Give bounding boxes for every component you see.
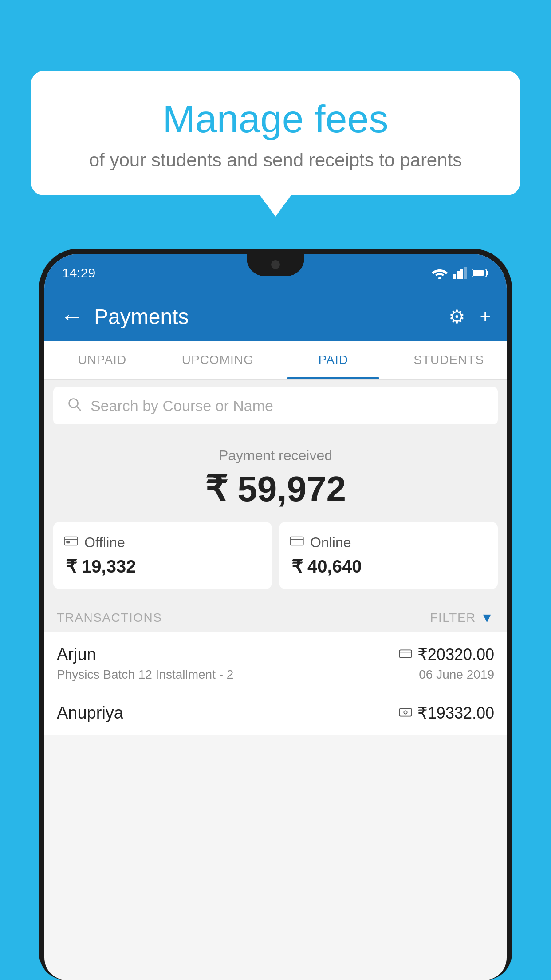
online-card-top: Online: [290, 534, 351, 551]
content-area: Search by Course or Name Payment receive…: [44, 380, 507, 735]
offline-amount: ₹ 19,332: [64, 556, 136, 577]
tabs-bar: UNPAID UPCOMING PAID STUDENTS: [44, 341, 507, 380]
svg-rect-12: [66, 541, 70, 543]
settings-icon[interactable]: ⚙: [449, 306, 465, 328]
app-bar-title: Payments: [94, 304, 438, 329]
transaction-amount-wrap-anupriya: ₹19332.00: [399, 704, 494, 723]
svg-point-18: [404, 711, 407, 714]
tab-unpaid[interactable]: UNPAID: [44, 341, 160, 379]
svg-line-9: [77, 407, 80, 410]
bubble-title: Manage fees: [53, 98, 498, 141]
offline-card: Offline ₹ 19,332: [53, 522, 272, 589]
status-bar: 14:29: [44, 254, 507, 292]
transaction-name-arjun: Arjun: [57, 645, 96, 664]
svg-rect-17: [399, 708, 411, 716]
online-card: Online ₹ 40,640: [279, 522, 498, 589]
battery-icon: [472, 268, 489, 278]
online-icon: [290, 534, 304, 551]
background: Manage fees of your students and send re…: [0, 0, 551, 980]
bubble-subtitle: of your students and send receipts to pa…: [53, 150, 498, 171]
svg-rect-13: [290, 537, 303, 545]
app-bar-actions: ⚙ +: [449, 306, 491, 328]
filter-label: FILTER: [430, 611, 476, 625]
add-icon[interactable]: +: [480, 306, 491, 327]
offline-icon: [64, 534, 78, 551]
wifi-icon: [431, 267, 448, 279]
filter-icon: ▼: [480, 610, 494, 625]
svg-rect-7: [473, 270, 484, 276]
tab-students[interactable]: STUDENTS: [391, 341, 507, 379]
status-icons: [431, 267, 489, 279]
app-bar: ← Payments ⚙ +: [44, 292, 507, 341]
phone-content: 14:29: [44, 254, 507, 980]
payment-label: Payment received: [53, 447, 498, 464]
status-time: 14:29: [62, 265, 95, 281]
transaction-row1: Arjun ₹20320.00: [57, 645, 494, 664]
transactions-header: TRANSACTIONS FILTER ▼: [44, 600, 507, 632]
svg-rect-10: [64, 537, 77, 545]
payment-cards: Offline ₹ 19,332: [53, 522, 498, 589]
camera: [271, 260, 280, 269]
notch: [247, 254, 304, 276]
svg-rect-2: [457, 271, 460, 279]
search-placeholder: Search by Course or Name: [91, 397, 273, 415]
svg-rect-1: [453, 274, 456, 279]
back-button[interactable]: ←: [60, 305, 83, 328]
transaction-course-arjun: Physics Batch 12 Installment - 2: [57, 668, 233, 682]
transaction-amount-wrap-arjun: ₹20320.00: [399, 645, 494, 664]
cash-payment-icon: [399, 706, 412, 720]
transaction-name-anupriya: Anupriya: [57, 703, 123, 723]
phone-frame: 14:29: [39, 249, 512, 980]
transaction-row2: Physics Batch 12 Installment - 2 06 June…: [57, 668, 494, 682]
tab-paid[interactable]: PAID: [276, 341, 391, 379]
transaction-item-anupriya[interactable]: Anupriya ₹19332.00: [44, 691, 507, 735]
search-icon: [67, 396, 82, 415]
svg-rect-6: [486, 271, 488, 275]
phone-inner: 14:29: [44, 254, 507, 980]
transaction-item-arjun[interactable]: Arjun ₹20320.00: [44, 632, 507, 691]
svg-rect-3: [460, 269, 463, 279]
tab-upcoming[interactable]: UPCOMING: [160, 341, 276, 379]
transaction-amount-arjun: ₹20320.00: [417, 645, 494, 664]
search-bar[interactable]: Search by Course or Name: [53, 387, 498, 424]
scrollable-content: Search by Course or Name Payment receive…: [44, 380, 507, 980]
offline-label: Offline: [84, 534, 125, 551]
speech-bubble: Manage fees of your students and send re…: [31, 71, 520, 195]
payment-total-amount: ₹ 59,972: [53, 468, 498, 510]
online-label: Online: [310, 534, 351, 551]
svg-rect-4: [464, 267, 467, 279]
signal-icon: [453, 267, 467, 279]
online-amount: ₹ 40,640: [290, 556, 362, 577]
transaction-date-arjun: 06 June 2019: [419, 668, 494, 682]
offline-card-top: Offline: [64, 534, 125, 551]
card-payment-icon: [399, 648, 412, 662]
svg-rect-15: [399, 650, 411, 657]
transaction-amount-anupriya: ₹19332.00: [417, 704, 494, 723]
filter-button[interactable]: FILTER ▼: [430, 610, 494, 625]
svg-point-0: [438, 277, 441, 279]
transactions-label: TRANSACTIONS: [57, 611, 162, 625]
payment-summary: Payment received ₹ 59,972: [44, 431, 507, 600]
transaction-row1-anupriya: Anupriya ₹19332.00: [57, 703, 494, 723]
